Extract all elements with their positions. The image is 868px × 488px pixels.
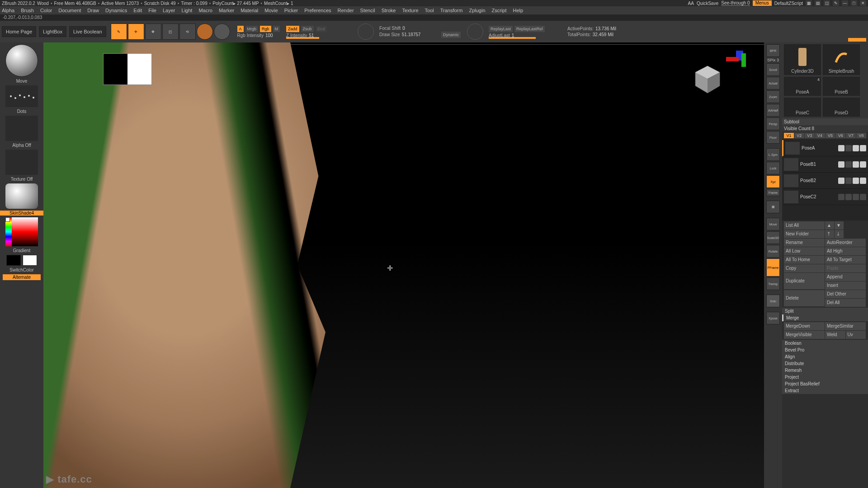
lightbox-button[interactable]: LightBox <box>39 26 66 37</box>
material-thumbnail[interactable] <box>5 183 38 209</box>
orientation-cube[interactable] <box>687 61 728 101</box>
color-picker[interactable] <box>5 217 38 246</box>
aa-toggle[interactable]: AA <box>688 1 694 6</box>
menu-file[interactable]: File <box>148 8 156 13</box>
scroll-button[interactable]: Scroll <box>766 63 780 76</box>
menu-tool[interactable]: Tool <box>425 8 434 13</box>
zsub-button[interactable]: Zsub <box>301 26 314 32</box>
actual-button[interactable]: Actual <box>766 77 780 89</box>
spix-label[interactable]: SPix 3 <box>767 58 779 62</box>
subtool-item[interactable]: PoseB1 <box>782 156 868 173</box>
menu-macro[interactable]: Macro <box>198 8 212 13</box>
list-all-button[interactable]: List All <box>784 221 825 230</box>
remesh-section[interactable]: Remesh <box>782 367 868 374</box>
brush-curve-icon[interactable] <box>358 23 374 40</box>
copy-button[interactable]: Copy <box>784 264 825 272</box>
3d-scale-button[interactable]: Scale3D <box>766 231 780 244</box>
menu-draw[interactable]: Draw <box>87 8 99 13</box>
bevel-pro-section[interactable]: Bevel Pro <box>782 347 868 353</box>
subtool-item[interactable]: PoseA <box>782 140 868 156</box>
menus-toggle[interactable]: Menus <box>753 0 772 6</box>
menu-zplugin[interactable]: Zplugin <box>469 8 485 13</box>
icon-grid[interactable]: ▦ <box>806 0 812 6</box>
replay-last-button[interactable]: ReplayLast <box>489 26 513 32</box>
m-button[interactable]: M <box>273 26 280 32</box>
icon-dual[interactable]: ◫ <box>824 0 830 6</box>
menu-zscript[interactable]: Zscript <box>492 8 507 13</box>
draw-mode-button[interactable]: ✛ <box>128 23 144 40</box>
menu-light[interactable]: Light <box>182 8 193 13</box>
lsym-button[interactable]: L.Sym <box>766 148 780 161</box>
solo-button[interactable]: Solo <box>766 295 780 307</box>
menu-edit[interactable]: Edit <box>133 8 142 13</box>
lock-button[interactable]: Lock <box>766 162 780 174</box>
quicksave-button[interactable]: QuickSave <box>697 1 718 6</box>
vis-v5[interactable]: V5 <box>826 133 835 138</box>
tool-slot-posea[interactable]: 4 PoseA <box>784 77 821 96</box>
rgb-intensity-value[interactable]: 100 <box>265 33 273 38</box>
zadd-button[interactable]: Zadd <box>286 26 299 32</box>
boolean-section[interactable]: Boolean <box>782 340 868 347</box>
eye-icon[interactable] <box>838 178 844 184</box>
all-to-home-button[interactable]: All To Home <box>784 256 825 264</box>
vis-v2[interactable]: V2 <box>794 133 804 138</box>
del-other-button[interactable]: Del Other <box>825 290 866 298</box>
minimize-button[interactable]: — <box>842 0 848 6</box>
autoreorder-button[interactable]: AutoReorder <box>825 239 866 247</box>
merge-down-button[interactable]: MergeDown <box>784 322 825 330</box>
menu-document[interactable]: Document <box>58 8 81 13</box>
paste-button[interactable]: Paste <box>825 264 866 272</box>
eye-icon[interactable] <box>838 161 844 168</box>
menu-marker[interactable]: Marker <box>219 8 234 13</box>
maximize-button[interactable]: □ <box>851 0 857 6</box>
close-button[interactable]: ✕ <box>860 0 866 6</box>
gradient-label[interactable]: Gradient <box>0 248 43 253</box>
merge-visible-button[interactable]: MergeVisible <box>784 331 825 339</box>
saturation-box[interactable] <box>12 217 38 246</box>
swatch-black[interactable] <box>6 255 21 266</box>
zoom-button[interactable]: Zoom <box>766 90 780 103</box>
delete-button[interactable]: Delete <box>784 290 825 306</box>
default-script[interactable]: DefaultZScript <box>774 1 803 6</box>
vis-v3[interactable]: V3 <box>805 133 815 138</box>
3d-rotate-button[interactable]: Rotate <box>766 245 780 258</box>
switch-color-button[interactable]: SwitchColor <box>0 267 43 272</box>
draw-size-value[interactable]: 51.18757 <box>402 32 421 37</box>
move-mode-button[interactable]: ✥ <box>145 23 161 40</box>
menu-texture[interactable]: Texture <box>402 8 418 13</box>
sculptris-button[interactable] <box>197 23 213 40</box>
menu-brush[interactable]: Brush <box>21 8 34 13</box>
gizmo-button[interactable] <box>214 23 230 40</box>
merge-similar-button[interactable]: MergeSimilar <box>825 322 866 330</box>
icon-layout[interactable]: ▤ <box>815 0 821 6</box>
seethrough-slider[interactable]: See-through 0 <box>721 0 750 6</box>
tool-slot-simplebrush[interactable]: SimpleBrush <box>823 44 860 75</box>
subtool-item[interactable]: PoseB2 <box>782 173 868 189</box>
merge-section[interactable]: Merge <box>782 314 868 321</box>
paint-icon[interactable] <box>845 178 852 184</box>
uv-button[interactable]: Uv <box>846 331 866 339</box>
bpr-button[interactable]: BPR <box>766 44 780 57</box>
aahalf-button[interactable]: AAHalf <box>766 104 780 117</box>
canvas[interactable]: ✛ ▶ tafe.cc <box>43 42 764 488</box>
imm-curve-icon[interactable] <box>467 23 483 40</box>
append-button[interactable]: Append <box>825 273 866 281</box>
all-high-button[interactable]: All High <box>825 247 866 255</box>
rename-button[interactable]: Rename <box>784 239 825 247</box>
new-folder-button[interactable]: New Folder <box>784 230 825 238</box>
live-boolean-button[interactable]: Live Boolean <box>69 26 106 37</box>
icon-notes[interactable]: ✎ <box>833 0 839 6</box>
menu-material[interactable]: Material <box>241 8 258 13</box>
menu-dynamics[interactable]: Dynamics <box>105 8 127 13</box>
floor-button[interactable]: Floor <box>766 131 780 144</box>
3d-move-button[interactable]: Move <box>766 218 780 230</box>
paint-icon[interactable] <box>845 145 852 151</box>
tool-slot-posec[interactable]: PoseC <box>784 98 821 117</box>
vis-v6[interactable]: V6 <box>835 133 845 138</box>
rgb-button[interactable]: Rgb <box>260 26 271 32</box>
frame-button[interactable]: Frame <box>766 189 780 196</box>
vis-v1[interactable]: V1 <box>784 133 794 138</box>
bottom-button[interactable]: ⤓ <box>835 230 844 238</box>
split-section[interactable]: Split <box>782 308 868 314</box>
solo-icon[interactable] <box>853 178 859 184</box>
